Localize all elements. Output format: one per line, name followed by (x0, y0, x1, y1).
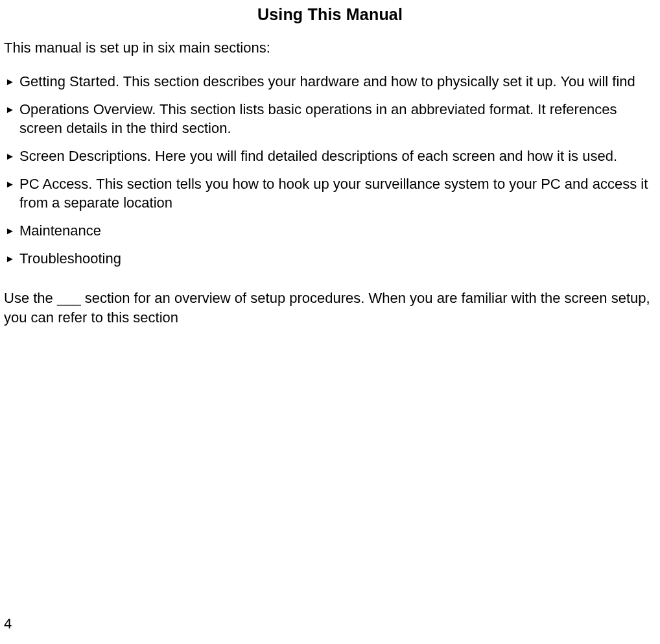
page-title: Using This Manual (4, 5, 656, 24)
triangle-bullet-icon: ► (4, 100, 19, 119)
list-item: ► PC Access. This section tells you how … (4, 174, 656, 212)
list-item: ► Operations Overview. This section list… (4, 100, 656, 137)
triangle-bullet-icon: ► (4, 72, 19, 91)
sections-list: ► Getting Started. This section describe… (4, 72, 656, 268)
triangle-bullet-icon: ► (4, 249, 19, 268)
triangle-bullet-icon: ► (4, 221, 19, 240)
list-item-text: Screen Descriptions. Here you will find … (19, 147, 656, 165)
list-item-text: Maintenance (19, 221, 656, 240)
intro-paragraph: This manual is set up in six main sectio… (4, 38, 656, 58)
list-item-text: Operations Overview. This section lists … (19, 100, 656, 137)
list-item: ► Screen Descriptions. Here you will fin… (4, 147, 656, 165)
list-item-text: Getting Started. This section describes … (19, 72, 656, 91)
page-number: 4 (4, 615, 12, 632)
closing-paragraph: Use the ___ section for an overview of s… (4, 289, 656, 327)
list-item-text: Troubleshooting (19, 249, 656, 268)
list-item-text: PC Access. This section tells you how to… (19, 174, 656, 212)
list-item: ► Maintenance (4, 221, 656, 240)
triangle-bullet-icon: ► (4, 174, 19, 193)
list-item: ► Getting Started. This section describe… (4, 72, 656, 91)
page-content: Using This Manual This manual is set up … (0, 0, 660, 327)
triangle-bullet-icon: ► (4, 147, 19, 165)
list-item: ► Troubleshooting (4, 249, 656, 268)
